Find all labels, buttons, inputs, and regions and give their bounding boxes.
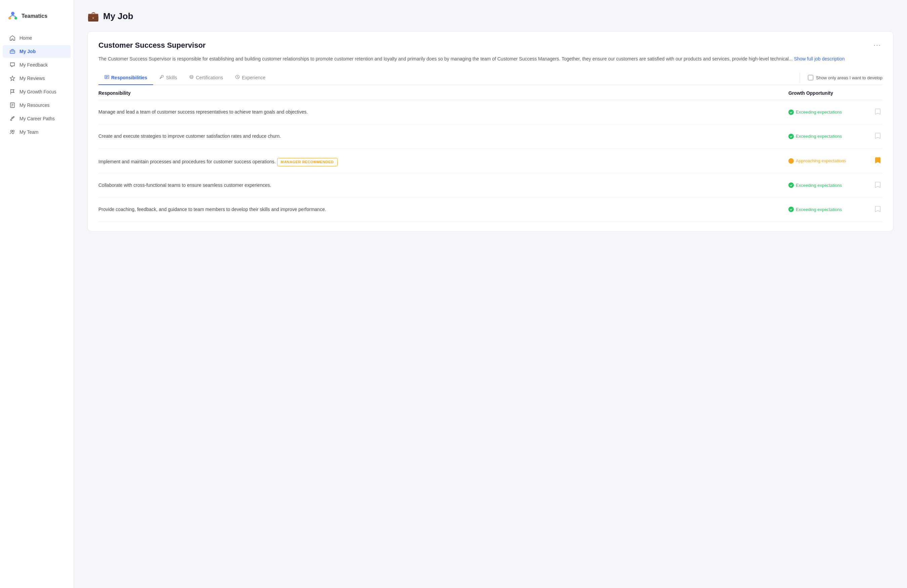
svg-point-0 <box>11 12 14 15</box>
sidebar-item-my-resources-label: My Resources <box>19 103 50 108</box>
sidebar-item-my-career-label: My Career Paths <box>19 116 55 121</box>
job-title: Customer Success Supervisor <box>98 41 205 50</box>
sidebar-item-my-job[interactable]: My Job <box>3 45 71 58</box>
team-icon <box>10 129 16 135</box>
table-row: Collaborate with cross-functional teams … <box>98 173 883 197</box>
bookmark-button-3[interactable] <box>873 155 883 166</box>
status-dot-2 <box>788 134 794 139</box>
status-badge-2: Exceeding expectations <box>788 134 842 139</box>
career-icon <box>10 115 16 122</box>
certificate-icon <box>189 75 194 80</box>
page-title-icon: 💼 <box>87 11 99 22</box>
status-text-5: Exceeding expectations <box>796 207 842 212</box>
status-dot-1 <box>788 109 794 115</box>
sidebar-item-my-team[interactable]: My Team <box>3 126 71 138</box>
job-card: Customer Success Supervisor ··· The Cust… <box>87 31 894 232</box>
sidebar-item-my-team-label: My Team <box>19 129 38 135</box>
tab-skills[interactable]: Skills <box>153 70 183 85</box>
row-responsibility-4: Collaborate with cross-functional teams … <box>98 182 788 189</box>
row-opportunity-2: Exceeding expectations <box>788 131 883 141</box>
col-header-opportunity: Growth Opportunity <box>788 90 883 96</box>
list-icon <box>104 75 109 80</box>
show-full-description-link[interactable]: Show full job description <box>794 56 845 61</box>
svg-point-13 <box>10 119 12 121</box>
logo-icon <box>7 10 19 22</box>
bookmark-button-1[interactable] <box>873 107 883 117</box>
svg-point-2 <box>14 17 17 19</box>
bookmark-button-2[interactable] <box>873 131 883 141</box>
table-row: Manage and lead a team of customer succe… <box>98 100 883 124</box>
table-row: Create and execute strategies to improve… <box>98 124 883 149</box>
status-text-1: Exceeding expectations <box>796 109 842 115</box>
tab-responsibilities[interactable]: Responsibilities <box>98 70 153 85</box>
sidebar-item-my-reviews-label: My Reviews <box>19 75 45 81</box>
tab-experience[interactable]: Experience <box>229 70 271 85</box>
status-badge-4: Exceeding expectations <box>788 183 842 188</box>
tabs-row: Responsibilities Skills <box>98 70 883 85</box>
app-name: Teamatics <box>21 13 47 19</box>
flag-icon <box>10 89 16 95</box>
row-opportunity-1: Exceeding expectations <box>788 107 883 117</box>
tab-responsibilities-label: Responsibilities <box>111 75 147 80</box>
status-badge-3: Approaching expectations <box>788 158 846 163</box>
svg-line-3 <box>10 15 13 17</box>
status-badge-5: Exceeding expectations <box>788 207 842 212</box>
status-badge-1: Exceeding expectations <box>788 109 842 115</box>
sidebar-item-my-growth[interactable]: My Growth Focus <box>3 85 71 98</box>
sidebar-item-my-career[interactable]: My Career Paths <box>3 112 71 125</box>
row-responsibility-5: Provide coaching, feedback, and guidance… <box>98 206 788 213</box>
col-header-responsibility: Responsibility <box>98 90 788 96</box>
sidebar-item-my-growth-label: My Growth Focus <box>19 89 56 95</box>
svg-line-4 <box>13 15 16 17</box>
tab-skills-label: Skills <box>166 75 177 80</box>
row-opportunity-4: Exceeding expectations <box>788 180 883 191</box>
svg-marker-8 <box>10 76 15 81</box>
tab-certifications-label: Certifications <box>196 75 223 80</box>
bookmark-button-4[interactable] <box>873 180 883 191</box>
sidebar: Teamatics Home My Job <box>0 0 74 588</box>
job-description: The Customer Success Supervisor is respo… <box>98 55 883 62</box>
sidebar-item-my-feedback[interactable]: My Feedback <box>3 58 71 71</box>
table-header: Responsibility Growth Opportunity <box>98 85 883 100</box>
manager-badge: MANAGER RECOMMENDED <box>277 158 338 166</box>
sidebar-item-my-job-label: My Job <box>19 49 35 54</box>
svg-point-23 <box>191 76 192 78</box>
tab-experience-label: Experience <box>242 75 265 80</box>
svg-point-16 <box>11 130 13 132</box>
tabs-list: Responsibilities Skills <box>98 70 794 85</box>
status-dot-5 <box>788 207 794 212</box>
filter-checkbox[interactable] <box>808 75 813 80</box>
filter-checkbox-label[interactable]: Show only areas I want to develop <box>808 75 883 80</box>
chat-icon <box>10 62 16 68</box>
sidebar-item-my-reviews[interactable]: My Reviews <box>3 72 71 85</box>
tab-certifications[interactable]: Certifications <box>183 70 229 85</box>
row-responsibility-1: Manage and lead a team of customer succe… <box>98 109 788 115</box>
bookmark-nav-icon <box>10 102 16 108</box>
row-responsibility-2: Create and execute strategies to improve… <box>98 133 788 140</box>
table-row: Implement and maintain processes and pro… <box>98 149 883 173</box>
filter-section: Show only areas I want to develop <box>800 72 883 83</box>
svg-point-22 <box>190 75 193 79</box>
page-title: My Job <box>103 11 133 21</box>
svg-point-17 <box>13 130 14 132</box>
wrench-icon <box>159 75 164 80</box>
sidebar-item-home-label: Home <box>19 35 32 41</box>
logo: Teamatics <box>0 7 74 32</box>
filter-label: Show only areas I want to develop <box>816 75 883 80</box>
star-icon <box>10 75 16 81</box>
row-opportunity-5: Exceeding expectations <box>788 204 883 215</box>
sidebar-item-my-resources[interactable]: My Resources <box>3 99 71 112</box>
home-icon <box>10 35 16 41</box>
row-opportunity-3: Approaching expectations <box>788 155 883 166</box>
bookmark-button-5[interactable] <box>873 204 883 215</box>
page-header: 💼 My Job <box>87 11 894 22</box>
status-dot-4 <box>788 183 794 188</box>
more-options-button[interactable]: ··· <box>872 41 883 49</box>
sidebar-nav: Home My Job My Feedback <box>0 32 74 138</box>
sidebar-item-my-feedback-label: My Feedback <box>19 62 48 67</box>
card-header: Customer Success Supervisor ··· <box>98 41 883 50</box>
row-responsibility-3: Implement and maintain processes and pro… <box>98 155 788 166</box>
sidebar-item-home[interactable]: Home <box>3 32 71 44</box>
status-text-2: Exceeding expectations <box>796 134 842 139</box>
table-row: Provide coaching, feedback, and guidance… <box>98 197 883 222</box>
